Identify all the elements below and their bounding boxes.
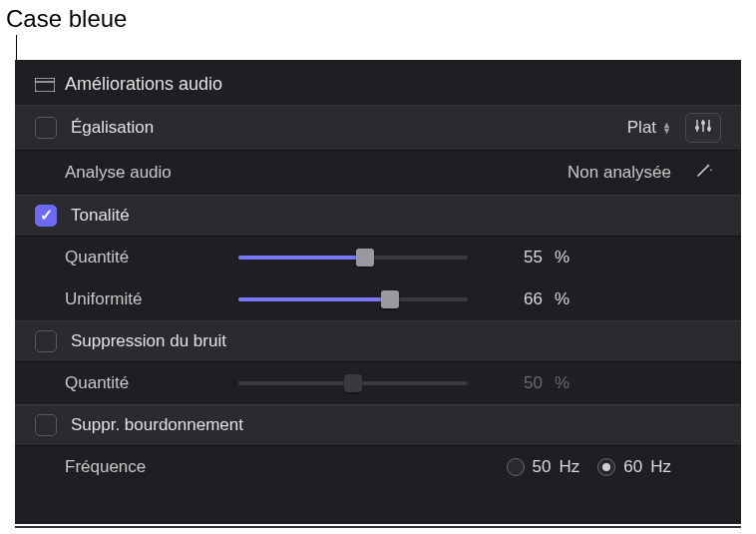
analyze-button[interactable] xyxy=(685,158,721,188)
equalization-preset-select[interactable]: Plat ▲▼ xyxy=(627,118,671,138)
tone-uniformity-label: Uniformité xyxy=(65,289,224,309)
hum-freq-60-unit: Hz xyxy=(650,457,671,477)
radio-icon xyxy=(597,458,615,476)
svg-point-7 xyxy=(707,127,711,131)
tone-amount-value[interactable]: 55 % xyxy=(482,248,611,267)
audio-analysis-status: Non analysée xyxy=(567,163,671,183)
tone-uniformity-slider[interactable] xyxy=(238,289,468,309)
radio-icon xyxy=(507,458,525,476)
equalization-preset-value: Plat xyxy=(627,118,656,138)
tone-row: Tonalité xyxy=(15,195,741,237)
audio-analysis-label: Analyse audio xyxy=(65,163,224,183)
svg-line-8 xyxy=(698,167,707,176)
svg-point-5 xyxy=(695,126,699,130)
audio-analysis-row: Analyse audio Non analysée xyxy=(15,151,741,195)
tone-checkbox[interactable] xyxy=(35,205,57,227)
noise-amount-row: Quantité 50 % xyxy=(15,362,741,404)
hum-freq-50-unit: Hz xyxy=(560,457,580,477)
svg-rect-0 xyxy=(35,78,55,92)
tone-amount-slider[interactable] xyxy=(238,248,468,267)
equalizer-button[interactable] xyxy=(685,113,721,143)
tone-uniformity-unit: % xyxy=(555,289,569,309)
noise-reduction-label: Suppression du bruit xyxy=(71,331,721,351)
noise-amount-unit: % xyxy=(555,373,569,393)
equalization-row: Égalisation Plat ▲▼ xyxy=(15,105,741,151)
tone-label: Tonalité xyxy=(71,206,230,226)
tone-amount-number: 55 xyxy=(524,248,543,267)
hum-freq-60-value: 60 xyxy=(623,457,642,477)
magic-wand-icon xyxy=(693,161,713,186)
hum-frequency-row: Fréquence 50 Hz 60 Hz xyxy=(15,446,741,488)
equalization-checkbox[interactable] xyxy=(35,117,57,139)
callout-label: Case bleue xyxy=(6,5,127,33)
tone-amount-label: Quantité xyxy=(65,248,224,267)
tone-amount-row: Quantité 55 % xyxy=(15,237,741,278)
noise-amount-label: Quantité xyxy=(65,373,224,393)
tone-uniformity-row: Uniformité 66 % xyxy=(15,278,741,320)
hum-frequency-label: Fréquence xyxy=(65,457,224,477)
noise-amount-slider xyxy=(238,373,468,393)
updown-icon: ▲▼ xyxy=(662,122,671,134)
hum-freq-50-value: 50 xyxy=(533,457,552,477)
noise-amount-number: 50 xyxy=(524,373,543,393)
divider xyxy=(15,526,741,528)
hum-removal-row: Suppr. bourdonnement xyxy=(15,404,741,446)
hum-removal-checkbox[interactable] xyxy=(35,414,57,436)
hum-freq-50hz-option[interactable]: 50 Hz xyxy=(507,457,580,477)
svg-point-6 xyxy=(701,121,705,125)
hum-frequency-radio-group: 50 Hz 60 Hz xyxy=(507,457,671,477)
noise-amount-value: 50 % xyxy=(482,373,611,393)
tone-uniformity-number: 66 xyxy=(524,289,543,309)
panel-icon xyxy=(35,78,55,92)
section-title: Améliorations audio xyxy=(65,74,222,95)
section-header: Améliorations audio xyxy=(15,68,741,105)
hum-freq-60hz-option[interactable]: 60 Hz xyxy=(597,457,671,477)
equalizer-icon xyxy=(694,118,712,138)
hum-removal-label: Suppr. bourdonnement xyxy=(71,415,721,435)
audio-enhancements-panel: Améliorations audio Égalisation Plat ▲▼ xyxy=(15,60,741,524)
noise-reduction-checkbox[interactable] xyxy=(35,330,57,352)
noise-reduction-row: Suppression du bruit xyxy=(15,320,741,362)
tone-uniformity-value[interactable]: 66 % xyxy=(482,289,611,309)
equalization-label: Égalisation xyxy=(71,118,230,138)
tone-amount-unit: % xyxy=(555,248,569,267)
